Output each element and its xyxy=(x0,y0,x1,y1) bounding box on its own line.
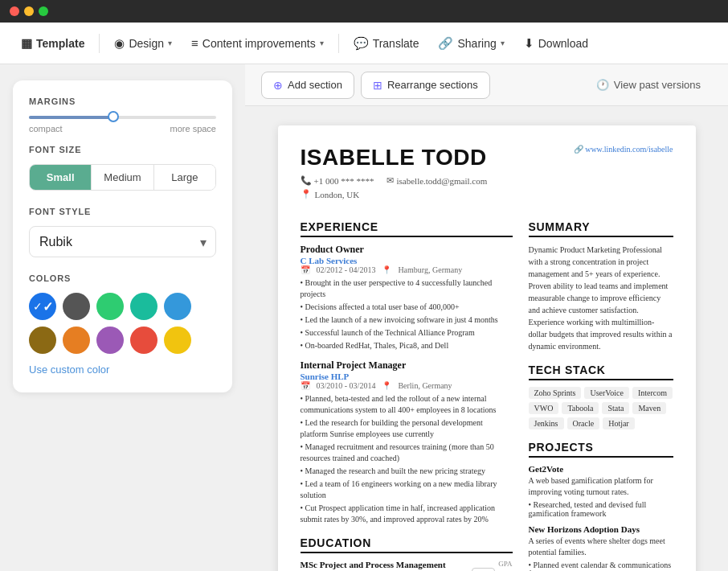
color-swatch-green[interactable] xyxy=(96,293,124,320)
close-button[interactable] xyxy=(10,6,19,16)
maximize-button[interactable] xyxy=(39,6,48,16)
add-section-icon: ⊕ xyxy=(273,79,283,92)
download-icon: ⬇ xyxy=(524,36,534,51)
rearrange-sections-label: Rearrange sections xyxy=(387,79,478,91)
edu-1: MSc Project and Process Management Van H… xyxy=(301,560,513,571)
font-size-large[interactable]: Large xyxy=(154,165,215,190)
email-address: isabelle.todd@gmail.com xyxy=(396,176,487,186)
view-past-versions-button[interactable]: 🕐 View past versions xyxy=(585,72,712,97)
location-text: London, UK xyxy=(315,190,360,199)
resume-header-info: ISABELLE TODD 📞 +1 000 *** **** ✉ isabel… xyxy=(301,145,567,211)
job-2-bullet-4: Managed the research and built the new p… xyxy=(301,466,513,477)
job-1-location-icon: 📍 xyxy=(382,265,391,274)
nav-content-improvements-label: Content improvements xyxy=(202,37,316,50)
font-select[interactable]: Rubik Inter Georgia xyxy=(29,226,216,257)
font-size-section: FONT SIZE Small Medium Large xyxy=(29,145,216,191)
project-2-title: New Horizons Adoption Days xyxy=(529,524,673,534)
job-1-bullet-2: Decisions affected a total user base of … xyxy=(301,302,513,313)
job-2-daterange: 03/2010 - 03/2014 xyxy=(317,381,376,390)
rearrange-icon: ⊞ xyxy=(373,79,382,92)
slider-track xyxy=(29,116,216,119)
project-2-desc: A series of events where shelter dogs me… xyxy=(529,536,673,558)
font-select-wrapper: Rubik Inter Georgia xyxy=(29,226,216,257)
rearrange-sections-button[interactable]: ⊞ Rearrange sections xyxy=(361,72,490,99)
job-1-title: Product Owner xyxy=(301,244,513,256)
project-2-bullet-1: Planned event calendar & communications … xyxy=(529,561,673,571)
job-2-bullet-3: Managed recruitment and resources traini… xyxy=(301,442,513,464)
projects-title: PROJECTS xyxy=(529,441,673,458)
nav-design[interactable]: ◉ Design ▾ xyxy=(106,31,180,55)
edu-1-gpa: GPA 8.7 / 10 xyxy=(472,560,513,571)
phone-number: +1 000 *** **** xyxy=(314,176,374,186)
summary-title: SUMMARY xyxy=(529,220,673,237)
slider-thumb[interactable] xyxy=(108,111,119,122)
job-1-meta: 📅 02/2012 - 04/2013 📍 Hamburg, Germany xyxy=(301,265,513,274)
font-size-medium[interactable]: Medium xyxy=(92,165,153,190)
job-2-bullet-6: Cut Prospect application time in half, i… xyxy=(301,503,513,525)
toolbar-bar: ⊕ Add section ⊞ Rearrange sections 🕐 Vie… xyxy=(245,64,728,106)
resume-scroll[interactable]: ISABELLE TODD 📞 +1 000 *** **** ✉ isabel… xyxy=(245,106,728,571)
colors-label: COLORS xyxy=(29,273,216,283)
edu-1-gpa-value: 8.7 xyxy=(472,568,495,571)
project-2: New Horizons Adoption Days A series of e… xyxy=(529,524,673,571)
add-section-button[interactable]: ⊕ Add section xyxy=(261,72,354,99)
tech-tag-9: Hotjar xyxy=(603,417,635,429)
summary-section: SUMMARY Dynamic Product Marketing Profes… xyxy=(529,220,673,352)
tech-tag-3: VWO xyxy=(529,402,559,414)
color-swatch-red[interactable] xyxy=(130,327,157,354)
color-swatch-lightblue[interactable] xyxy=(164,293,191,320)
resume-header: ISABELLE TODD 📞 +1 000 *** **** ✉ isabel… xyxy=(301,145,673,211)
job-2-location: Berlin, Germany xyxy=(398,381,452,390)
tech-stack-title: TECH STACK xyxy=(529,364,673,380)
job-1-bullet-3: Led the launch of a new invoicing softwa… xyxy=(301,314,513,326)
nav-design-label: Design xyxy=(129,37,164,50)
compact-label: compact xyxy=(29,124,63,134)
margins-slider[interactable]: compact more space xyxy=(29,116,216,134)
font-size-small[interactable]: Small xyxy=(30,165,92,190)
resume-header-links: 🔗 www.linkedin.com/isabelle xyxy=(574,145,673,211)
right-content: ⊕ Add section ⊞ Rearrange sections 🕐 Vie… xyxy=(245,64,728,571)
nav-sharing[interactable]: 🔗 Sharing ▾ xyxy=(430,31,512,55)
tech-tag-0: Zoho Sprints xyxy=(529,387,582,399)
nav-divider-1 xyxy=(99,34,100,53)
tech-tag-2: Intercom xyxy=(632,387,673,399)
color-swatch-gray[interactable] xyxy=(63,293,90,320)
more-space-label: more space xyxy=(170,124,216,134)
nav-template[interactable]: ▦ Template xyxy=(13,31,92,55)
color-swatch-teal[interactable] xyxy=(130,293,157,320)
projects-section: PROJECTS Get2Vote A web based gamificati… xyxy=(529,441,673,571)
color-swatch-blue[interactable]: ✓ xyxy=(29,293,56,320)
project-1: Get2Vote A web based gamification platfo… xyxy=(529,464,673,518)
resume-contact: 📞 +1 000 *** **** ✉ isabelle.todd@gmail.… xyxy=(301,175,567,186)
summary-text: Dynamic Product Marketing Professional w… xyxy=(529,244,673,352)
tech-tags: Zoho Sprints UserVoice Intercom VWO Tabo… xyxy=(529,387,673,429)
resume-page: ISABELLE TODD 📞 +1 000 *** **** ✉ isabel… xyxy=(278,125,696,571)
translate-icon: 💬 xyxy=(354,36,369,51)
edu-1-info: MSc Project and Process Management Van H… xyxy=(301,560,446,571)
sharing-chevron-icon: ▾ xyxy=(501,39,505,47)
minimize-button[interactable] xyxy=(24,6,34,16)
color-swatch-purple[interactable] xyxy=(96,327,124,354)
tech-stack-section: TECH STACK Zoho Sprints UserVoice Interc… xyxy=(529,364,673,429)
color-swatch-orange[interactable] xyxy=(63,327,90,354)
job-1-bullet-1: Brought in the user perspective to 4 suc… xyxy=(301,277,513,300)
nav-translate[interactable]: 💬 Translate xyxy=(346,31,427,55)
tech-tag-4: Taboola xyxy=(562,402,599,414)
font-style-label: FONT STYLE xyxy=(29,207,216,216)
nav-download[interactable]: ⬇ Download xyxy=(516,31,596,55)
linkedin-icon: 🔗 xyxy=(574,145,583,154)
location-icon: 📍 xyxy=(301,189,312,199)
linkedin-link: 🔗 www.linkedin.com/isabelle xyxy=(574,145,673,154)
view-past-versions-label: View past versions xyxy=(614,79,701,91)
margins-label: MARGINS xyxy=(29,97,216,106)
custom-color-link[interactable]: Use custom color xyxy=(29,364,109,376)
clock-icon: 🕐 xyxy=(596,79,609,91)
color-swatch-yellow[interactable] xyxy=(164,327,191,354)
color-swatch-brown[interactable] xyxy=(29,327,56,354)
project-1-bullet-1: Researched, tested and devised full gami… xyxy=(529,500,673,518)
job-1-bullets: Brought in the user perspective to 4 suc… xyxy=(301,277,513,351)
edu-1-degree: MSc Project and Process Management xyxy=(301,560,446,569)
nav-content-improvements[interactable]: ≡ Content improvements ▾ xyxy=(183,31,332,55)
design-icon: ◉ xyxy=(114,36,125,51)
job-2-bullet-1: Planned, beta-tested and led the rollout… xyxy=(301,393,513,416)
